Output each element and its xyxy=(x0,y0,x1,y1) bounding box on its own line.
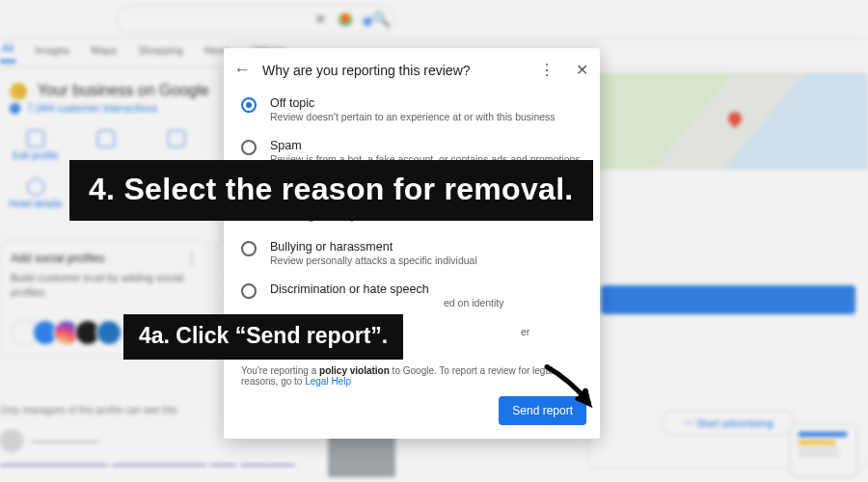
report-review-modal: ← Why are you reporting this review? ⋮ ✕… xyxy=(224,48,600,439)
footer-pre: You're reporting a xyxy=(241,365,319,376)
footer-bold: policy violation xyxy=(319,365,390,376)
send-report-button[interactable]: Send report xyxy=(499,396,586,425)
option-title: Off topic xyxy=(270,96,556,110)
modal-title: Why are you reporting this review? xyxy=(262,63,528,78)
more-icon[interactable]: ⋮ xyxy=(539,61,555,79)
instruction-step-4: 4. Select the reason for removal. xyxy=(69,160,593,221)
option-desc: Review personally attacks a specific ind… xyxy=(270,254,477,268)
legal-help-link[interactable]: Legal Help xyxy=(305,376,351,387)
option-discrimination[interactable]: Discrimination or hate speech ed on iden… xyxy=(241,276,584,318)
modal-header: ← Why are you reporting this review? ⋮ ✕ xyxy=(224,48,600,90)
radio-icon[interactable] xyxy=(241,140,257,155)
option-desc: Review doesn't pertain to an experience … xyxy=(270,111,556,124)
option-title: Bullying or harassment xyxy=(270,240,477,254)
option-title: Discrimination or hate speech xyxy=(270,282,503,296)
option-off-topic[interactable]: Off topic Review doesn't pertain to an e… xyxy=(241,90,584,132)
back-icon[interactable]: ← xyxy=(233,60,251,80)
option-desc: ed on identity xyxy=(270,297,503,310)
radio-icon[interactable] xyxy=(241,241,257,256)
instruction-step-4a: 4a. Click “Send report”. xyxy=(123,314,403,360)
close-icon[interactable]: ✕ xyxy=(576,61,588,79)
modal-footer-bar: Send report xyxy=(224,387,600,439)
radio-icon[interactable] xyxy=(241,97,257,113)
modal-footer-text: You're reporting a policy violation to G… xyxy=(224,360,600,387)
option-bullying[interactable]: Bullying or harassment Review personally… xyxy=(241,233,584,276)
radio-icon[interactable] xyxy=(241,283,257,299)
option-title: Spam xyxy=(270,139,581,152)
